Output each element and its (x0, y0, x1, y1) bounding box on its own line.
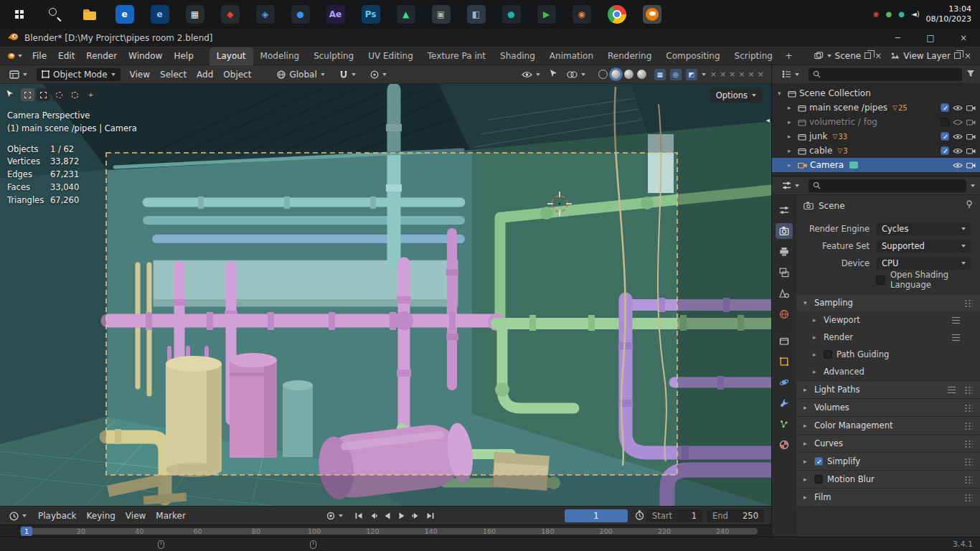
viewport-menu[interactable]: Select (155, 67, 192, 82)
solid-shading-button[interactable] (611, 70, 621, 79)
taskbar-app-icon[interactable] (1, 0, 37, 29)
close-button[interactable]: × (947, 29, 980, 47)
taskbar-app-icon[interactable] (599, 0, 634, 29)
taskbar-app-icon[interactable] (634, 0, 669, 29)
properties-panel-header[interactable]: ▸ Light Paths (796, 380, 980, 398)
workspace-tab[interactable]: Layout (209, 47, 253, 65)
workspace-tab[interactable]: Sculpting (306, 47, 361, 65)
selectability-checkbox[interactable] (941, 132, 949, 141)
render-camera-icon[interactable] (966, 105, 976, 111)
tray-icon[interactable]: ● (886, 11, 892, 18)
tab-render[interactable] (776, 223, 793, 239)
render-camera-icon[interactable] (966, 133, 976, 140)
render-camera-icon[interactable] (966, 162, 976, 169)
current-frame-field[interactable]: 1 (565, 509, 628, 522)
3d-viewport[interactable]: + Options Camera Perspective (1) main sc… (0, 84, 771, 506)
subpanel-render[interactable]: ▸Render (796, 329, 980, 346)
workspace-tab[interactable]: Rendering (600, 47, 659, 65)
taskbar-app-icon[interactable]: ▶ (529, 0, 564, 29)
panel-sampling[interactable]: ▾ Sampling (796, 293, 980, 311)
hide-eye-icon[interactable] (953, 105, 963, 111)
outliner-search-input[interactable] (809, 68, 962, 81)
auto-keying-button[interactable] (324, 510, 336, 522)
workspace-tab[interactable]: Modeling (253, 47, 307, 65)
outliner-row-collection-excluded[interactable]: ▸ volumetric / fog (772, 115, 980, 129)
timeline-ruler[interactable]: 20406080100120140160180200220240 1 (0, 524, 771, 537)
selectability-checkbox[interactable] (941, 118, 949, 126)
menubar-menu[interactable]: File (27, 49, 52, 63)
tab-output[interactable] (776, 244, 793, 260)
taskbar-app-icon[interactable]: e (142, 0, 177, 29)
mode-dropdown[interactable]: Object Mode (37, 68, 121, 81)
clock[interactable]: 13:04 08/10/2023 (926, 4, 971, 25)
play-reverse-button[interactable] (381, 510, 393, 522)
blender-menu-button[interactable] (6, 52, 22, 60)
start-frame-field[interactable]: Start 1 (646, 509, 702, 522)
timeline-menu[interactable]: Keying (82, 509, 121, 523)
tab-physics[interactable] (776, 375, 793, 390)
xray-toggle[interactable]: ▦ (654, 69, 666, 80)
expand-icon[interactable]: ▾ (778, 90, 785, 97)
taskbar-app-icon[interactable] (72, 0, 107, 29)
expand-icon[interactable]: ▸ (788, 147, 795, 154)
play-button[interactable] (395, 510, 407, 522)
viewport-menu[interactable]: Object (218, 67, 256, 82)
expand-icon[interactable]: ▸ (788, 133, 795, 140)
tab-world[interactable] (776, 306, 793, 322)
drag-grip[interactable] (964, 299, 973, 307)
next-keyframe-button[interactable] (410, 510, 422, 522)
drag-grip[interactable] (964, 440, 973, 448)
snap-toggle[interactable]: ◩ (686, 69, 697, 80)
preset-icon[interactable] (952, 317, 960, 324)
viewport-menu[interactable]: Add (192, 67, 218, 82)
pin-icon[interactable] (966, 200, 973, 211)
expand-icon[interactable]: ▸ (788, 104, 795, 111)
proportional-editing-dropdown[interactable] (365, 69, 392, 80)
taskbar-app-icon[interactable]: ▲ (388, 0, 423, 29)
taskbar-app-icon[interactable] (37, 0, 72, 29)
select-box-button[interactable] (37, 88, 50, 101)
tab-material[interactable] (776, 437, 793, 453)
taskbar-app-icon[interactable]: ● (283, 0, 318, 29)
properties-search-input[interactable] (809, 179, 966, 192)
drag-grip[interactable] (964, 386, 973, 394)
taskbar-app-icon[interactable]: ◉ (564, 0, 599, 29)
panel-checkbox[interactable] (814, 475, 823, 484)
tray-icon[interactable]: ● (898, 11, 905, 18)
material-shading-button[interactable] (624, 70, 633, 79)
tab-tool[interactable] (776, 202, 793, 218)
add-workspace-button[interactable]: + (780, 49, 798, 62)
rendered-shading-button[interactable] (637, 70, 646, 79)
maximize-button[interactable]: □ (914, 29, 947, 47)
overlay-toggle[interactable]: ◎ (670, 69, 682, 80)
drag-grip[interactable] (964, 404, 973, 412)
hide-eye-icon[interactable] (953, 119, 963, 126)
outliner-row-collection[interactable]: ▸ main scene /pipes ▽25 (772, 100, 980, 115)
outliner-editor-type-button[interactable] (777, 69, 804, 80)
editor-type-button[interactable] (4, 69, 32, 80)
subpanel-viewport[interactable]: ▸Viewport (796, 311, 980, 329)
drag-grip[interactable] (964, 422, 973, 430)
view-layer-selector[interactable]: View Layer × (887, 50, 974, 62)
tab-particles[interactable] (776, 416, 793, 432)
workspace-tab[interactable]: Animation (542, 47, 600, 65)
minimize-button[interactable]: ─ (881, 29, 914, 47)
selectability-checkbox[interactable] (941, 146, 949, 155)
wireframe-shading-button[interactable] (598, 70, 608, 79)
taskbar-app-icon[interactable]: Ps (353, 0, 388, 29)
workspace-tab[interactable]: Scripting (727, 47, 780, 65)
properties-editor-type-button[interactable] (777, 180, 804, 191)
menubar-menu[interactable]: Window (123, 49, 168, 63)
path-guiding-checkbox[interactable] (824, 350, 832, 359)
taskbar-app-icon[interactable]: ◧ (458, 0, 494, 29)
tray-icon[interactable]: ◄) (911, 11, 920, 18)
properties-panel-header[interactable]: ▸ Simplify (796, 452, 980, 470)
timeline-editor-type-button[interactable] (4, 510, 32, 522)
preset-icon[interactable] (952, 334, 960, 341)
previous-keyframe-button[interactable] (367, 510, 379, 522)
timeline-menu[interactable]: View (121, 509, 151, 523)
properties-panel-header[interactable]: ▸ Color Management (796, 416, 980, 434)
hide-eye-icon[interactable] (953, 133, 963, 140)
device-dropdown[interactable]: CPU (876, 257, 971, 270)
selectability-checkbox[interactable] (941, 103, 949, 112)
